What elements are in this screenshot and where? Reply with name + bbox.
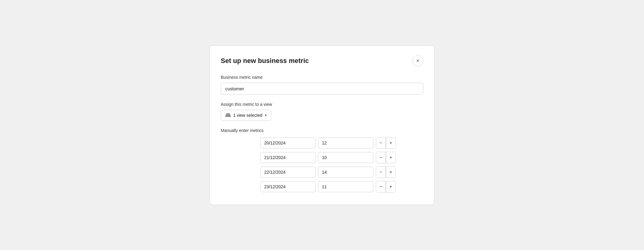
stepper-plus-3[interactable]: + xyxy=(386,181,396,192)
metric-date-input-0[interactable] xyxy=(260,137,316,148)
stepper-minus-3[interactable]: − xyxy=(376,181,386,192)
assign-view-section: Assign this metric to a view 1 view sele… xyxy=(221,102,423,121)
business-metric-name-label: Business metric name xyxy=(221,75,423,80)
stepper-minus-0[interactable]: − xyxy=(376,137,386,148)
business-metric-name-input[interactable] xyxy=(221,83,423,95)
metric-row: −+ xyxy=(260,152,423,163)
metric-date-input-3[interactable] xyxy=(260,181,316,192)
modal-overlay: Set up new business metric × Business me… xyxy=(0,0,644,250)
stepper-group-0: −+ xyxy=(376,137,396,149)
stepper-minus-1[interactable]: − xyxy=(376,152,386,163)
metric-rows: −+−+−+−+ xyxy=(221,137,423,193)
manually-enter-label: Manually enter metrics xyxy=(221,128,423,133)
metric-value-input-3[interactable] xyxy=(318,181,373,192)
metric-date-input-1[interactable] xyxy=(260,152,316,163)
manually-enter-metrics-section: Manually enter metrics −+−+−+−+ xyxy=(221,128,423,193)
assign-view-label: Assign this metric to a view xyxy=(221,102,423,107)
stepper-plus-2[interactable]: + xyxy=(386,167,396,178)
layers-icon xyxy=(225,113,231,118)
modal-dialog: Set up new business metric × Business me… xyxy=(209,45,435,205)
stepper-group-1: −+ xyxy=(376,152,396,163)
metric-row: −+ xyxy=(260,166,423,178)
stepper-group-2: −+ xyxy=(376,166,396,178)
metric-row: −+ xyxy=(260,137,423,149)
business-metric-name-section: Business metric name xyxy=(221,75,423,95)
stepper-minus-2[interactable]: − xyxy=(376,167,386,178)
close-button[interactable]: × xyxy=(412,55,423,66)
stepper-plus-0[interactable]: + xyxy=(386,137,396,148)
stepper-group-3: −+ xyxy=(376,181,396,193)
metric-row: −+ xyxy=(260,181,423,193)
metric-value-input-0[interactable] xyxy=(318,137,373,148)
modal-header: Set up new business metric × xyxy=(221,55,423,66)
metric-value-input-1[interactable] xyxy=(318,152,373,163)
metric-value-input-2[interactable] xyxy=(318,167,373,178)
modal-title: Set up new business metric xyxy=(221,57,309,65)
view-dropdown[interactable]: 1 view selected ▾ xyxy=(221,110,271,121)
stepper-plus-1[interactable]: + xyxy=(386,152,396,163)
chevron-down-icon: ▾ xyxy=(265,113,267,117)
view-dropdown-text: 1 view selected xyxy=(233,113,262,118)
metric-date-input-2[interactable] xyxy=(260,167,316,178)
